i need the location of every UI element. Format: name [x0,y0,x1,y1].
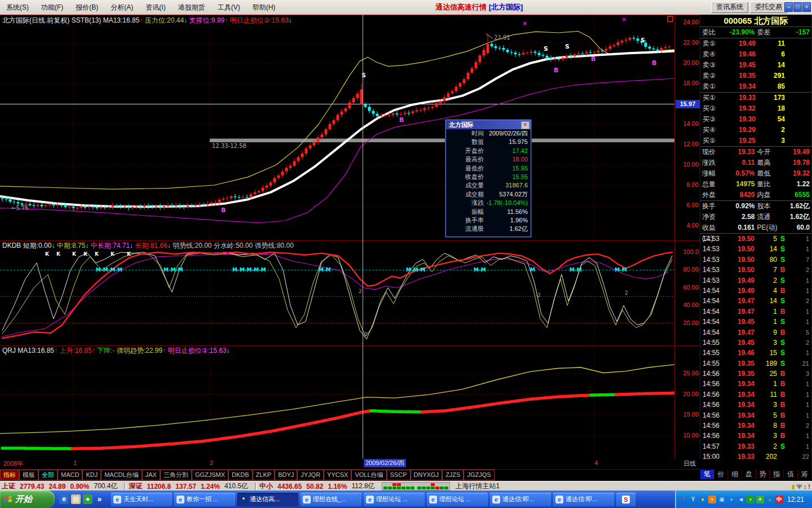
taskbar-button[interactable]: *通达信高... [237,493,298,506]
indicator-tab[interactable]: MACD [58,470,82,480]
health-icon[interactable]: + [756,496,764,503]
ask-row[interactable]: 卖④19.466 [700,49,811,60]
level-volume: 54 [756,114,785,125]
umbrella-icon[interactable]: ▲ [766,496,774,503]
indicator-tab[interactable]: YYCSX [324,470,351,480]
index-change: 137.57 [175,483,196,491]
transfer-icon[interactable]: ↕ [804,483,807,491]
level-label: 卖③ [703,60,723,71]
close-button[interactable]: × [802,2,811,12]
quote-tab[interactable]: 价 [714,470,729,479]
bid-row[interactable]: 买③19.3054 [700,114,811,125]
bid-row[interactable]: 买②19.3218 [700,103,811,114]
media-icon[interactable]: ● [83,494,92,504]
gift-icon[interactable]: ▪ [708,496,716,503]
coin-icon[interactable]: ● [699,496,707,503]
popup-titlebar[interactable]: 北方国际 ✕ [446,120,531,129]
taskbar-button[interactable]: e天生天时... [111,493,172,506]
menu-item[interactable]: 帮助(H) [246,1,282,15]
indicator-tab[interactable]: DKDB [228,470,253,480]
restore-button[interactable]: □ [793,2,802,12]
green-app-icon[interactable]: ▪ [747,496,754,503]
indicator-tab[interactable]: KDJ [82,470,101,480]
taskbar-button[interactable]: e理想在线_... [301,493,361,506]
connection-icon[interactable]: ▮ [792,483,795,491]
indicator-tab[interactable]: JAX [142,470,160,480]
indicator-tab[interactable]: DNYXGJ [411,470,443,480]
ask-row[interactable]: 卖②19.35291 [700,71,811,81]
indicator-tab[interactable]: GGZJSMX [192,470,228,480]
clock[interactable]: 12:21 [787,496,804,503]
quote-tab[interactable]: 势 [756,470,770,479]
indicator-tab[interactable]: JGZJQS [464,470,494,480]
menu-item[interactable]: 分析(A) [104,1,139,15]
quote-tab[interactable]: 值 [784,470,798,479]
ime-icon[interactable]: 中 [775,496,783,503]
taskbar-button[interactable]: e通达信:即... [490,493,551,506]
quote-tab[interactable]: 盘 [742,470,756,479]
main-price-chart[interactable]: 12.33-12.58BSBSBSBSB××←5.7622.91 [0,15,674,240]
minimize-button[interactable]: ─ [784,2,793,12]
taskbar-button[interactable]: e教你一招 ... [174,493,235,506]
menu-item[interactable]: 系统(S) [0,1,35,15]
ask-row[interactable]: 卖⑤19.4911 [700,38,811,49]
taskbar-button[interactable]: S [616,493,636,506]
menu-item[interactable]: 资讯(I) [139,1,171,15]
indicator-tab[interactable]: 全部 [38,470,58,480]
plant-icon[interactable]: * [679,496,687,503]
expand-icon[interactable]: » [95,494,104,504]
ask-row[interactable]: 卖③19.4514 [700,60,811,71]
taskbar-button[interactable]: e通达信:即... [553,493,614,506]
titlebar-button[interactable]: 委托交易 [750,2,787,13]
taskbar-button[interactable]: e理想论坛 ... [427,493,488,506]
header-segment: 支撑位:9.99 [187,16,224,24]
header-segment: 上升:16.85 [58,347,92,354]
bid-row[interactable]: 买⑤19.253 [700,135,811,146]
alert-icon[interactable]: ! [808,483,810,491]
messenger-icon[interactable]: ● [727,496,735,503]
tick-row: 14:5319.5080S7 [700,255,811,265]
indicator-tab[interactable]: 指标 [0,470,19,480]
indicator-tab[interactable]: MACDL自编 [101,470,142,480]
titlebar-button[interactable]: 资讯系统 [711,2,748,13]
stock-code-name[interactable]: 000065 北方国际 [700,15,811,27]
taskbar-button[interactable]: e理想论坛 ... [364,493,425,506]
info-value: 0.92% [726,201,754,212]
speaker-icon[interactable]: ◄ [737,496,745,503]
menu-item[interactable]: 功能(F) [35,1,69,15]
network-icon[interactable]: ▣ [718,496,726,503]
tick-count: 5 [788,327,809,338]
indicator-tab[interactable]: BDYJ [275,470,297,480]
ie-icon[interactable]: e [59,494,69,504]
indicator-tab[interactable]: ZJZS [442,470,464,480]
ask-row[interactable]: 卖①19.3485 [700,81,811,92]
tick-volume: 9 [754,327,777,338]
quote-tab[interactable]: 筹 [798,470,812,479]
bid-row[interactable]: 买④19.292 [700,125,811,135]
tick-row: 14:5319.505S1 [700,234,811,244]
menu-item[interactable]: 工具(V) [211,1,246,15]
show-desktop-icon[interactable]: ▤ [71,494,81,504]
tick-side: B [777,379,788,389]
mic-icon[interactable]: Y [689,496,697,503]
close-icon[interactable]: ✕ [521,121,529,129]
quote-tab[interactable]: 笔 [700,470,714,479]
indicator-tab[interactable]: 模板 [19,470,38,480]
indicator-tab[interactable]: ZLKP [253,470,275,480]
indicator-tab[interactable]: 三角分割 [160,470,192,480]
start-button[interactable]: 开始 [0,491,55,508]
menu-item[interactable]: 报价(B) [69,1,104,15]
tick-price: 19.35 [723,369,754,379]
tick-time: 14:54 [703,317,723,327]
quote-tab[interactable]: 细 [728,470,742,479]
menu-item[interactable]: 港股期货 [172,1,211,15]
indicator-tab[interactable]: JYJQR [297,470,324,480]
antenna-icon[interactable]: Ψ [797,483,802,491]
dkdb-indicator-chart[interactable]: KKKKKKKM-M-M-MM-M-MM-M-M-M-MM-MM-M-MM-MM… [0,240,674,345]
quote-tab[interactable]: 指 [770,470,784,479]
info-label: 今开 [755,147,781,157]
indicator-tab[interactable]: SSCP [387,470,411,480]
bid-row[interactable]: 买①19.33173 [700,93,811,103]
indicator-tab[interactable]: VOLL自编 [351,470,386,480]
qrj-indicator-chart[interactable] [0,345,674,458]
